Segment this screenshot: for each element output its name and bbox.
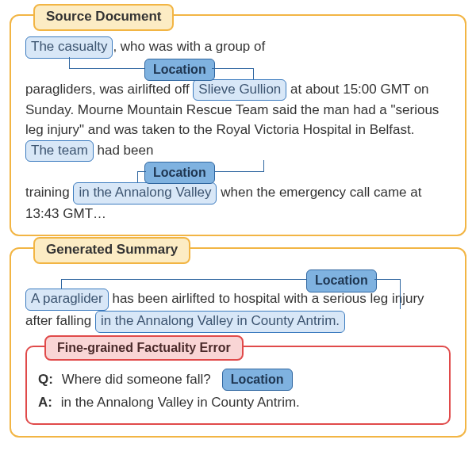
- conn-hline-2a: [212, 171, 264, 172]
- hl-annalong-valley-src: in the Annalong Valley: [73, 182, 217, 205]
- hl-annalong-valley-sum: in the Annalong Valley in County Antrim.: [95, 311, 345, 333]
- generated-summary-panel: Generated Summary Location A paraglider …: [10, 247, 466, 437]
- conn-vline-2b: [137, 171, 138, 182]
- location-badge-3: Location: [306, 269, 377, 292]
- source-text-block: The casualty, who was with a group of Lo…: [25, 36, 451, 224]
- qa-question: Q: Where did someone fall? Location: [38, 369, 438, 391]
- summary-title: Generated Summary: [33, 237, 190, 264]
- connector-1: Location: [25, 59, 451, 79]
- src-t1: , who was with a group of: [113, 39, 265, 54]
- src-t3a: training: [25, 185, 73, 200]
- connector-3: Location: [25, 269, 451, 289]
- error-title: Fine-grained Factuality Error: [44, 335, 244, 361]
- q-text: Where did someone fall?: [62, 372, 211, 387]
- q-label: Q:: [38, 372, 53, 387]
- conn-vline-3a: [61, 279, 62, 289]
- conn-hline-2b: [137, 171, 146, 172]
- a-label: A:: [38, 395, 52, 410]
- conn-vline-2a: [263, 160, 264, 171]
- conn-hline-3: [61, 279, 307, 280]
- conn-vline-3b: [400, 279, 401, 309]
- connector-2: Location: [25, 162, 451, 182]
- source-document-panel: Source Document The casualty, who was wi…: [10, 14, 466, 236]
- source-title: Source Document: [33, 4, 174, 31]
- a-text: in the Annalong Valley in County Antrim.: [61, 395, 300, 410]
- hl-paraglider: A paraglider: [25, 289, 109, 311]
- conn-vline-1b: [253, 68, 254, 79]
- location-badge-2: Location: [144, 162, 215, 184]
- conn-hline-3b: [374, 279, 400, 280]
- hl-casualty: The casualty: [25, 36, 113, 59]
- hl-the-team: The team: [25, 140, 94, 162]
- src-t2a: paragliders, was airlifted off: [25, 82, 193, 97]
- src-t2e: had been: [94, 143, 154, 158]
- qa-answer: A: in the Annalong Valley in County Antr…: [38, 393, 438, 413]
- conn-vline-1a: [69, 57, 70, 68]
- conn-hline-1a: [69, 68, 145, 69]
- conn-hline-1b: [212, 68, 253, 69]
- location-badge-q: Location: [222, 369, 293, 391]
- location-badge-1: Location: [144, 59, 215, 81]
- summary-text-block: A paraglider has been airlifted to hospi…: [25, 289, 451, 332]
- factuality-error-box: Fine-grained Factuality Error Q: Where d…: [25, 346, 451, 425]
- hl-slieve-gullion: Slieve Gullion: [193, 79, 286, 101]
